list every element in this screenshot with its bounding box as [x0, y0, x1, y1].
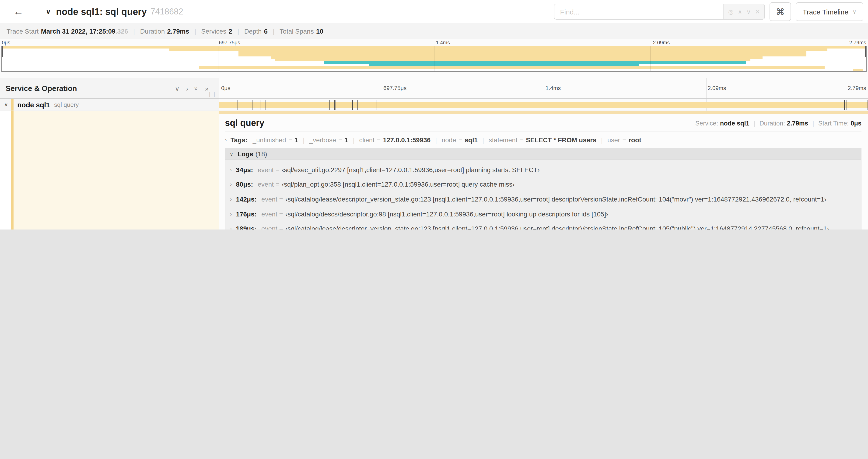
minimap-span-bar	[239, 54, 807, 56]
minimap-gridline	[650, 46, 651, 71]
trace-info-value: 10	[316, 27, 323, 35]
trace-page-header: ← ∨ node sql1: sql query 7418682 ◎ ∧ ∨ ✕…	[0, 0, 868, 23]
tag-value: 127.0.0.1:59936	[383, 136, 431, 144]
chevron-down-icon[interactable]: ∨	[229, 151, 233, 157]
minimap-span-bar	[239, 51, 807, 54]
tag-value: root	[629, 136, 641, 144]
chevron-down-icon: ∨	[852, 9, 856, 15]
log-equals: =	[276, 166, 279, 173]
minimap-tick-label: 2.09ms	[653, 40, 670, 45]
span-row[interactable]: ∨ node sql1 sql query	[0, 99, 868, 111]
overview-label: Duration:	[760, 120, 785, 127]
clear-search-icon[interactable]: ✕	[755, 8, 760, 15]
chevron-right-icon[interactable]: ›	[230, 211, 232, 217]
view-selector-label: Trace Timeline	[803, 8, 848, 15]
log-row[interactable]: ›189μs:event=‹sql/catalog/lease/descript…	[225, 221, 861, 230]
logs-list: ›34μs:event=‹sql/exec_util.go:2297 [nsql…	[225, 160, 861, 230]
chevron-right-icon[interactable]: ›	[230, 226, 232, 230]
column-resizer[interactable]: ❘❘	[208, 91, 217, 97]
log-equals: =	[279, 225, 283, 230]
back-button[interactable]: ←	[0, 0, 37, 23]
expand-one-icon[interactable]: ›	[186, 85, 188, 92]
tag-equals: =	[520, 136, 524, 144]
chevron-right-icon[interactable]: ›	[230, 167, 232, 173]
find-input[interactable]	[554, 4, 723, 19]
span-detail-panel: sql query Service:node sql1|Duration:2.7…	[219, 111, 868, 230]
log-marker	[844, 100, 845, 110]
separator: |	[133, 27, 135, 35]
ruler-tick-label: 2.79ms	[848, 85, 866, 91]
trace-info-label: Trace Start	[6, 27, 38, 35]
minimap-gridline	[434, 46, 434, 71]
minimap-scrubber-left[interactable]	[2, 46, 3, 57]
log-row[interactable]: ›176μs:event=‹sql/catalog/descs/descript…	[225, 207, 861, 221]
separator: |	[194, 27, 196, 35]
chevron-right-icon[interactable]: ›	[230, 182, 232, 187]
log-marker	[252, 100, 252, 110]
minimap-span-bar	[324, 61, 746, 64]
log-value: ‹sql/catalog/lease/descriptor_version_st…	[285, 195, 827, 203]
log-value: ‹sql/plan_opt.go:358 [nsql1,client=127.0…	[282, 181, 515, 188]
tag-key: _unfinished	[253, 136, 286, 144]
detail-gutter	[0, 111, 11, 230]
tag-value: 1	[294, 136, 298, 144]
span-chevron-icon[interactable]: ∨	[4, 102, 8, 108]
keyboard-shortcuts-button[interactable]: ⌘	[770, 2, 791, 21]
separator: |	[303, 136, 305, 144]
separator: |	[812, 120, 814, 127]
span-name-cell[interactable]: ∨ node sql1 sql query	[0, 99, 219, 111]
log-key: event	[258, 166, 274, 173]
minimap-canvas[interactable]	[1, 46, 867, 72]
find-group: ◎ ∧ ∨ ✕	[554, 4, 765, 20]
collapse-trace-icon[interactable]: ∨	[46, 7, 51, 16]
logs-label: Logs	[238, 150, 253, 158]
tag-item: _unfinished=1	[253, 136, 298, 144]
trace-info-value-suffix: .326	[116, 27, 128, 35]
collapse-one-icon[interactable]: ∨	[175, 85, 180, 92]
chevron-right-icon[interactable]: ›	[225, 137, 227, 143]
span-list-header: Service & Operation ∨ › » » ❘❘	[0, 78, 219, 98]
trace-info-value: 6	[264, 27, 268, 35]
log-row[interactable]: ›34μs:event=‹sql/exec_util.go:2297 [nsql…	[225, 162, 861, 177]
locate-icon[interactable]: ◎	[728, 8, 734, 15]
span-duration-bar[interactable]	[219, 102, 868, 108]
log-equals: =	[279, 210, 283, 218]
trace-info-item: Total Spans10	[280, 27, 323, 35]
minimap-span-bar	[199, 66, 825, 69]
log-key: event	[258, 181, 274, 188]
span-timeline-cell[interactable]	[219, 99, 868, 111]
minimap-scrubber-right[interactable]	[865, 46, 866, 57]
separator: |	[754, 120, 755, 127]
timeline-ruler: 0μs697.75μs1.4ms2.09ms2.79ms	[219, 78, 868, 98]
minimap-span-bar	[271, 56, 763, 59]
detail-span-bar	[219, 111, 868, 114]
minimap-gridline	[218, 46, 218, 71]
trace-info-item: Duration2.79ms	[140, 27, 189, 35]
tag-item: _verbose=1	[309, 136, 348, 144]
tag-equals: =	[459, 136, 462, 144]
log-timestamp: 34μs:	[236, 166, 253, 173]
next-result-icon[interactable]: ∨	[746, 8, 751, 15]
prev-result-icon[interactable]: ∧	[738, 8, 742, 15]
tag-key: statement	[489, 136, 518, 144]
log-row[interactable]: ›142μs:event=‹sql/catalog/lease/descript…	[225, 192, 861, 206]
tag-item: client=127.0.0.1:59936	[359, 136, 431, 144]
collapse-all-icon[interactable]: »	[193, 87, 200, 90]
timeline-minimap: 0μs697.75μs1.4ms2.09ms2.79ms	[0, 39, 868, 78]
ruler-tick-label: 1.4ms	[546, 85, 561, 91]
view-selector-button[interactable]: Trace Timeline ∨	[796, 2, 863, 21]
log-row[interactable]: ›80μs:event=‹sql/plan_opt.go:358 [nsql1,…	[225, 177, 861, 192]
overview-value: 0μs	[850, 120, 862, 127]
log-marker	[304, 100, 305, 110]
log-marker	[266, 100, 266, 110]
trace-info-bar: Trace StartMarch 31 2022, 17:25:09.326|D…	[0, 23, 868, 39]
log-marker	[263, 100, 263, 110]
minimap-tick-label: 2.79ms	[849, 40, 866, 45]
ruler-tick-label: 697.75μs	[383, 85, 406, 91]
tag-item: statement=SELECT * FROM users	[489, 136, 596, 144]
minimap-tick-label: 0μs	[2, 40, 10, 45]
tags-accordion[interactable]: › Tags: _unfinished=1|_verbose=1|client=…	[219, 132, 868, 147]
logs-header[interactable]: ∨ Logs (18)	[225, 148, 861, 160]
chevron-right-icon[interactable]: ›	[230, 196, 232, 202]
overview-value: node sql1	[720, 120, 749, 127]
